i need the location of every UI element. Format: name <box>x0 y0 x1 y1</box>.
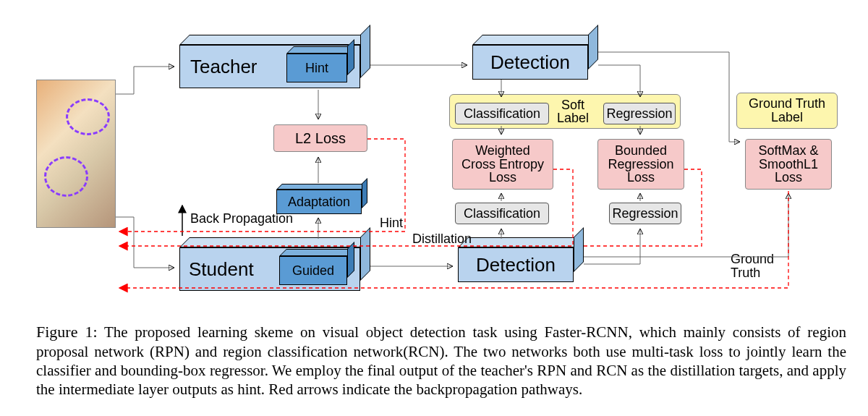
brl-loss-box: Bounded Regression Loss <box>597 139 684 190</box>
student-label: Student <box>189 258 254 281</box>
wce-loss-box: Weighted Cross Entropy Loss <box>452 139 553 190</box>
figure-caption: Figure 1: The proposed learning skeme on… <box>36 322 846 399</box>
softmax-label: SoftMax & SmoothL1 Loss <box>758 144 818 185</box>
wce-label: Weighted Cross Entropy Loss <box>461 144 544 185</box>
brl-label: Bounded Regression Loss <box>608 144 673 185</box>
ground-truth-label: Ground Truth <box>731 239 774 280</box>
regression-top-box: Regression <box>603 103 676 124</box>
l2-loss-label: L2 Loss <box>295 130 346 147</box>
input-image <box>36 80 116 228</box>
backprop-label: Back Propagation <box>190 211 293 226</box>
l2-loss-box: L2 Loss <box>273 124 367 152</box>
reg-bottom-label: Regression <box>612 206 678 221</box>
architecture-diagram: Teacher Hint Student Guided Adaptation <box>0 0 868 311</box>
distillation-label: Distillation <box>412 232 472 247</box>
hint-arrow-label: Hint <box>380 216 403 231</box>
classification-top-box: Classification <box>455 103 549 124</box>
hint-label: Hint <box>305 61 328 76</box>
adaptation-label: Adaptation <box>288 195 350 210</box>
caption-body: The proposed learning skeme on visual ob… <box>36 323 846 398</box>
teacher-label: Teacher <box>190 56 258 78</box>
regression-bottom-box: Regression <box>609 203 681 224</box>
soft-label-text: Soft Label <box>557 98 589 124</box>
softmax-loss-box: SoftMax & SmoothL1 Loss <box>745 139 832 190</box>
gt-label-box: Ground Truth Label <box>736 93 838 129</box>
caption-prefix: Figure 1: <box>36 323 98 341</box>
classification-bottom-box: Classification <box>455 203 549 224</box>
detection-top-label: Detection <box>490 51 570 74</box>
cls-bottom-label: Classification <box>464 206 540 221</box>
gt-label-text: Ground Truth Label <box>749 97 825 124</box>
guided-label: Guided <box>292 263 334 279</box>
reg-top-label: Regression <box>606 106 672 122</box>
detection-bottom-label: Detection <box>476 254 556 276</box>
cls-top-label: Classification <box>464 106 540 122</box>
